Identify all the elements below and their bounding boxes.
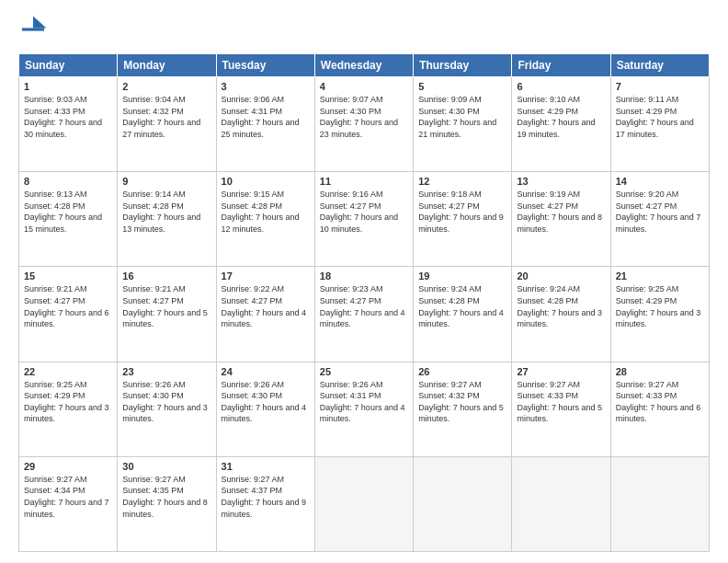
day-number: 24 xyxy=(222,366,310,377)
day-cell-4: 4 Sunrise: 9:07 AMSunset: 4:30 PMDayligh… xyxy=(314,77,413,172)
day-cell-14: 14 Sunrise: 9:20 AMSunset: 4:27 PMDaylig… xyxy=(610,172,709,267)
day-cell-29: 29 Sunrise: 9:27 AMSunset: 4:34 PMDaylig… xyxy=(19,456,118,551)
day-number: 22 xyxy=(24,366,112,377)
day-number: 15 xyxy=(24,270,112,282)
day-number: 25 xyxy=(320,366,408,377)
day-number: 3 xyxy=(222,81,310,92)
day-info: Sunrise: 9:27 AMSunset: 4:37 PMDaylight:… xyxy=(222,475,307,519)
day-info: Sunrise: 9:25 AMSunset: 4:29 PMDaylight:… xyxy=(24,380,109,424)
empty-cell xyxy=(314,456,413,551)
day-info: Sunrise: 9:26 AMSunset: 4:30 PMDaylight:… xyxy=(122,380,208,424)
day-number: 13 xyxy=(517,176,605,187)
day-info: Sunrise: 9:19 AMSunset: 4:27 PMDaylight:… xyxy=(517,190,602,234)
empty-cell xyxy=(610,456,709,551)
week-row-3: 15 Sunrise: 9:21 AMSunset: 4:27 PMDaylig… xyxy=(19,267,710,362)
day-info: Sunrise: 9:27 AMSunset: 4:32 PMDaylight:… xyxy=(418,380,504,424)
day-number: 7 xyxy=(616,81,704,92)
week-row-1: 1 Sunrise: 9:03 AMSunset: 4:33 PMDayligh… xyxy=(19,77,710,172)
day-cell-26: 26 Sunrise: 9:27 AMSunset: 4:32 PMDaylig… xyxy=(414,362,512,456)
week-row-2: 8 Sunrise: 9:13 AMSunset: 4:28 PMDayligh… xyxy=(19,172,710,267)
day-cell-30: 30 Sunrise: 9:27 AMSunset: 4:35 PMDaylig… xyxy=(118,456,216,551)
day-number: 9 xyxy=(122,176,210,187)
day-info: Sunrise: 9:25 AMSunset: 4:29 PMDaylight:… xyxy=(616,284,701,328)
day-cell-2: 2 Sunrise: 9:04 AMSunset: 4:32 PMDayligh… xyxy=(118,77,216,172)
day-number: 8 xyxy=(24,176,112,187)
day-cell-20: 20 Sunrise: 9:24 AMSunset: 4:28 PMDaylig… xyxy=(512,267,610,362)
svg-marker-0 xyxy=(33,17,46,29)
day-info: Sunrise: 9:22 AMSunset: 4:27 PMDaylight:… xyxy=(222,284,307,328)
day-number: 19 xyxy=(418,270,506,282)
day-number: 29 xyxy=(24,461,112,472)
day-number: 27 xyxy=(517,366,605,377)
day-info: Sunrise: 9:26 AMSunset: 4:30 PMDaylight:… xyxy=(222,380,307,424)
day-number: 12 xyxy=(418,176,506,187)
day-cell-8: 8 Sunrise: 9:13 AMSunset: 4:28 PMDayligh… xyxy=(19,172,118,267)
day-info: Sunrise: 9:10 AMSunset: 4:29 PMDaylight:… xyxy=(517,95,595,139)
day-cell-3: 3 Sunrise: 9:06 AMSunset: 4:31 PMDayligh… xyxy=(216,77,314,172)
calendar-header: SundayMondayTuesdayWednesdayThursdayFrid… xyxy=(19,54,710,77)
day-number: 4 xyxy=(320,81,408,92)
day-info: Sunrise: 9:11 AMSunset: 4:29 PMDaylight:… xyxy=(616,95,694,139)
day-cell-28: 28 Sunrise: 9:27 AMSunset: 4:33 PMDaylig… xyxy=(610,362,709,456)
day-info: Sunrise: 9:04 AMSunset: 4:32 PMDaylight:… xyxy=(122,95,200,139)
day-info: Sunrise: 9:21 AMSunset: 4:27 PMDaylight:… xyxy=(24,284,109,328)
day-info: Sunrise: 9:18 AMSunset: 4:27 PMDaylight:… xyxy=(418,190,504,234)
header-monday: Monday xyxy=(118,54,216,77)
header xyxy=(18,15,710,44)
day-number: 1 xyxy=(24,81,112,92)
day-info: Sunrise: 9:27 AMSunset: 4:33 PMDaylight:… xyxy=(616,380,701,424)
week-row-5: 29 Sunrise: 9:27 AMSunset: 4:34 PMDaylig… xyxy=(19,456,710,551)
header-saturday: Saturday xyxy=(610,54,709,77)
day-number: 21 xyxy=(616,270,704,282)
day-cell-18: 18 Sunrise: 9:23 AMSunset: 4:27 PMDaylig… xyxy=(314,267,413,362)
week-row-4: 22 Sunrise: 9:25 AMSunset: 4:29 PMDaylig… xyxy=(19,362,710,456)
calendar-body: 1 Sunrise: 9:03 AMSunset: 4:33 PMDayligh… xyxy=(19,77,710,552)
day-cell-1: 1 Sunrise: 9:03 AMSunset: 4:33 PMDayligh… xyxy=(19,77,118,172)
day-info: Sunrise: 9:13 AMSunset: 4:28 PMDaylight:… xyxy=(24,190,102,234)
day-info: Sunrise: 9:24 AMSunset: 4:28 PMDaylight:… xyxy=(418,284,504,328)
header-wednesday: Wednesday xyxy=(314,54,413,77)
day-cell-9: 9 Sunrise: 9:14 AMSunset: 4:28 PMDayligh… xyxy=(118,172,216,267)
day-cell-16: 16 Sunrise: 9:21 AMSunset: 4:27 PMDaylig… xyxy=(118,267,216,362)
day-info: Sunrise: 9:27 AMSunset: 4:35 PMDaylight:… xyxy=(122,475,208,519)
day-cell-23: 23 Sunrise: 9:26 AMSunset: 4:30 PMDaylig… xyxy=(118,362,216,456)
day-info: Sunrise: 9:27 AMSunset: 4:34 PMDaylight:… xyxy=(24,475,109,519)
day-cell-15: 15 Sunrise: 9:21 AMSunset: 4:27 PMDaylig… xyxy=(19,267,118,362)
day-info: Sunrise: 9:15 AMSunset: 4:28 PMDaylight:… xyxy=(222,190,300,234)
day-info: Sunrise: 9:16 AMSunset: 4:27 PMDaylight:… xyxy=(320,190,398,234)
day-number: 6 xyxy=(517,81,605,92)
day-info: Sunrise: 9:20 AMSunset: 4:27 PMDaylight:… xyxy=(616,190,701,234)
page: SundayMondayTuesdayWednesdayThursdayFrid… xyxy=(0,0,728,563)
day-cell-10: 10 Sunrise: 9:15 AMSunset: 4:28 PMDaylig… xyxy=(216,172,314,267)
logo-icon xyxy=(18,15,48,44)
day-cell-7: 7 Sunrise: 9:11 AMSunset: 4:29 PMDayligh… xyxy=(610,77,709,172)
day-info: Sunrise: 9:23 AMSunset: 4:27 PMDaylight:… xyxy=(320,284,405,328)
day-number: 30 xyxy=(122,461,210,472)
day-number: 28 xyxy=(616,366,704,377)
day-number: 23 xyxy=(122,366,210,377)
empty-cell xyxy=(512,456,610,551)
day-number: 5 xyxy=(418,81,506,92)
day-number: 10 xyxy=(222,176,310,187)
day-number: 18 xyxy=(320,270,408,282)
svg-rect-1 xyxy=(22,28,44,30)
day-cell-17: 17 Sunrise: 9:22 AMSunset: 4:27 PMDaylig… xyxy=(216,267,314,362)
day-number: 26 xyxy=(418,366,506,377)
day-cell-13: 13 Sunrise: 9:19 AMSunset: 4:27 PMDaylig… xyxy=(512,172,610,267)
header-tuesday: Tuesday xyxy=(216,54,314,77)
day-cell-11: 11 Sunrise: 9:16 AMSunset: 4:27 PMDaylig… xyxy=(314,172,413,267)
day-info: Sunrise: 9:03 AMSunset: 4:33 PMDaylight:… xyxy=(24,95,102,139)
day-number: 11 xyxy=(320,176,408,187)
logo xyxy=(18,15,51,44)
day-cell-22: 22 Sunrise: 9:25 AMSunset: 4:29 PMDaylig… xyxy=(19,362,118,456)
day-cell-31: 31 Sunrise: 9:27 AMSunset: 4:37 PMDaylig… xyxy=(216,456,314,551)
header-row: SundayMondayTuesdayWednesdayThursdayFrid… xyxy=(19,54,710,77)
day-cell-6: 6 Sunrise: 9:10 AMSunset: 4:29 PMDayligh… xyxy=(512,77,610,172)
day-number: 17 xyxy=(222,270,310,282)
day-cell-12: 12 Sunrise: 9:18 AMSunset: 4:27 PMDaylig… xyxy=(414,172,512,267)
header-thursday: Thursday xyxy=(414,54,512,77)
day-info: Sunrise: 9:07 AMSunset: 4:30 PMDaylight:… xyxy=(320,95,398,139)
empty-cell xyxy=(414,456,512,551)
day-info: Sunrise: 9:06 AMSunset: 4:31 PMDaylight:… xyxy=(222,95,300,139)
day-cell-25: 25 Sunrise: 9:26 AMSunset: 4:31 PMDaylig… xyxy=(314,362,413,456)
